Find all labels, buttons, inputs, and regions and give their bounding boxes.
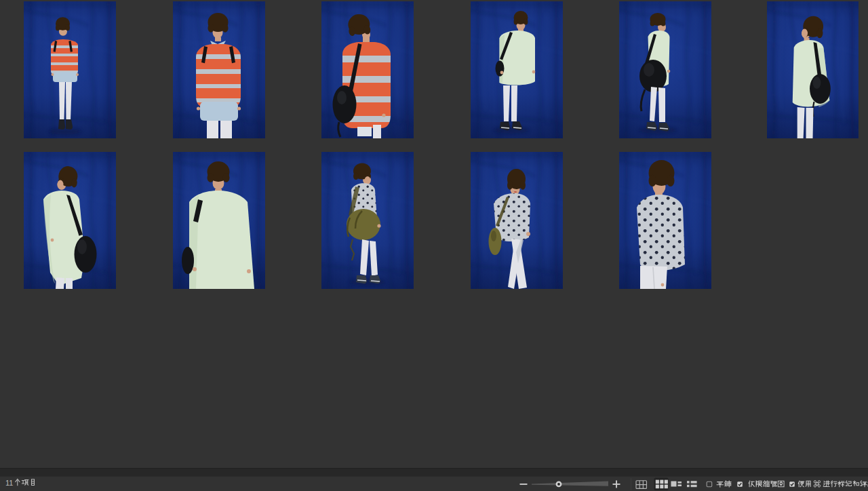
svg-text:11: 11 xyxy=(5,479,13,487)
